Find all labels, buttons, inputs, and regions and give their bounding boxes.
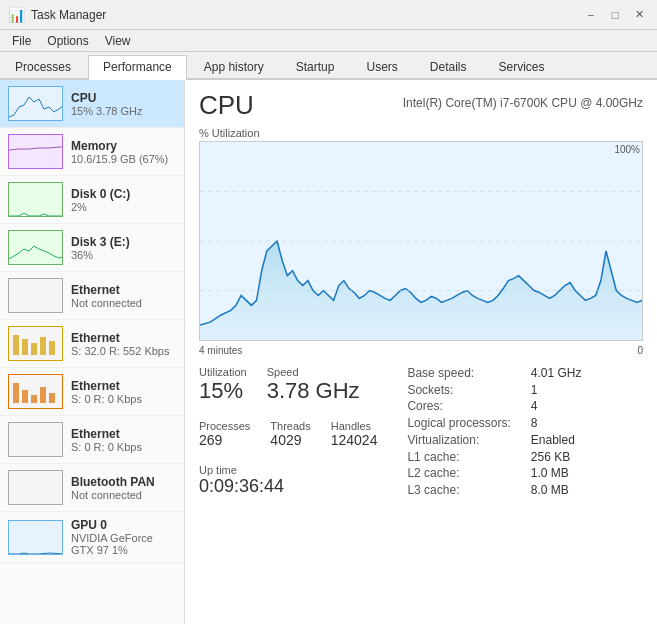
info-key-l1: L1 cache: — [407, 450, 510, 465]
disk3-name: Disk 3 (E:) — [71, 235, 176, 249]
info-key-logicalproc: Logical processors: — [407, 416, 510, 431]
bt-thumbnail — [8, 470, 63, 505]
chart-label: % Utilization — [199, 127, 643, 139]
menu-options[interactable]: Options — [39, 32, 96, 50]
info-key-l2: L2 cache: — [407, 466, 510, 481]
bt-detail: Not connected — [71, 489, 176, 501]
handles-label: Handles — [331, 420, 378, 432]
stat-speed: Speed 3.78 GHz — [267, 366, 360, 404]
gpu-info: GPU 0 NVIDIA GeForce GTX 97 1% — [71, 518, 176, 556]
menu-file[interactable]: File — [4, 32, 39, 50]
sidebar-item-eth2[interactable]: Ethernet S: 32.0 R: 552 Kbps — [0, 320, 184, 368]
svg-rect-9 — [49, 393, 55, 403]
cpu-detail: 15% 3.78 GHz — [71, 105, 176, 117]
chart-time-left: 4 minutes — [199, 345, 242, 356]
tab-performance[interactable]: Performance — [88, 55, 187, 80]
sidebar-item-cpu[interactable]: CPU 15% 3.78 GHz — [0, 80, 184, 128]
eth4-thumbnail — [8, 422, 63, 457]
sidebar-item-eth4[interactable]: Ethernet S: 0 R: 0 Kbps — [0, 416, 184, 464]
eth4-info: Ethernet S: 0 R: 0 Kbps — [71, 427, 176, 453]
eth3-thumbnail — [8, 374, 63, 409]
tab-processes[interactable]: Processes — [0, 55, 86, 78]
memory-info: Memory 10.6/15.9 GB (67%) — [71, 139, 176, 165]
threads-label: Threads — [270, 420, 310, 432]
menu-view[interactable]: View — [97, 32, 139, 50]
title-bar-left: 📊 Task Manager — [8, 7, 106, 23]
cpu-info: CPU 15% 3.78 GHz — [71, 91, 176, 117]
eth1-info: Ethernet Not connected — [71, 283, 176, 309]
svg-rect-6 — [22, 390, 28, 403]
processes-value: 269 — [199, 432, 250, 448]
info-val-basespeed: 4.01 GHz — [531, 366, 582, 381]
sidebar-item-disk0[interactable]: Disk 0 (C:) 2% — [0, 176, 184, 224]
maximize-button[interactable]: □ — [605, 5, 625, 25]
info-val-l1: 256 KB — [531, 450, 582, 465]
speed-value: 3.78 GHz — [267, 378, 360, 404]
detail-subtitle: Intel(R) Core(TM) i7-6700K CPU @ 4.00GHz — [403, 96, 643, 110]
svg-rect-0 — [13, 335, 19, 355]
stat-threads: Threads 4029 — [270, 420, 310, 448]
eth3-name: Ethernet — [71, 379, 176, 393]
stats-row-2: Processes 269 Threads 4029 Handles 12402… — [199, 420, 377, 448]
info-val-virt: Enabled — [531, 433, 582, 448]
eth3-detail: S: 0 R: 0 Kbps — [71, 393, 176, 405]
eth4-name: Ethernet — [71, 427, 176, 441]
memory-detail: 10.6/15.9 GB (67%) — [71, 153, 176, 165]
sidebar-item-eth3[interactable]: Ethernet S: 0 R: 0 Kbps — [0, 368, 184, 416]
sidebar-item-gpu[interactable]: GPU 0 NVIDIA GeForce GTX 97 1% — [0, 512, 184, 563]
info-key-virt: Virtualization: — [407, 433, 510, 448]
tab-services[interactable]: Services — [484, 55, 560, 78]
tab-users[interactable]: Users — [351, 55, 412, 78]
eth1-thumbnail — [8, 278, 63, 313]
app-title: Task Manager — [31, 8, 106, 22]
svg-rect-4 — [49, 341, 55, 355]
tab-startup[interactable]: Startup — [281, 55, 350, 78]
sidebar-item-bluetooth[interactable]: Bluetooth PAN Not connected — [0, 464, 184, 512]
eth2-info: Ethernet S: 32.0 R: 552 Kbps — [71, 331, 176, 357]
utilization-label: Utilization — [199, 366, 247, 378]
close-button[interactable]: ✕ — [629, 5, 649, 25]
sidebar-item-eth1[interactable]: Ethernet Not connected — [0, 272, 184, 320]
chart-time-right: 0 — [637, 345, 643, 356]
info-val-cores: 4 — [531, 399, 582, 414]
sidebar-item-memory[interactable]: Memory 10.6/15.9 GB (67%) — [0, 128, 184, 176]
minimize-button[interactable]: − — [581, 5, 601, 25]
processes-label: Processes — [199, 420, 250, 432]
bt-name: Bluetooth PAN — [71, 475, 176, 489]
stat-utilization: Utilization 15% — [199, 366, 247, 404]
stat-handles: Handles 124024 — [331, 420, 378, 448]
gpu-thumbnail — [8, 520, 63, 555]
info-val-logicalproc: 8 — [531, 416, 582, 431]
svg-rect-8 — [40, 387, 46, 403]
memory-name: Memory — [71, 139, 176, 153]
svg-rect-5 — [13, 383, 19, 403]
detail-panel: CPU Intel(R) Core(TM) i7-6700K CPU @ 4.0… — [185, 80, 657, 624]
info-key-l3: L3 cache: — [407, 483, 510, 498]
info-key-basespeed: Base speed: — [407, 366, 510, 381]
svg-rect-1 — [22, 339, 28, 355]
disk3-info: Disk 3 (E:) 36% — [71, 235, 176, 261]
info-table: Base speed: 4.01 GHz Sockets: 1 Cores: 4… — [407, 366, 581, 498]
eth2-detail: S: 32.0 R: 552 Kbps — [71, 345, 176, 357]
info-key-cores: Cores: — [407, 399, 510, 414]
cpu-name: CPU — [71, 91, 176, 105]
speed-label: Speed — [267, 366, 360, 378]
gpu-name: GPU 0 — [71, 518, 176, 532]
title-bar: 📊 Task Manager − □ ✕ — [0, 0, 657, 30]
detail-title: CPU — [199, 90, 254, 121]
info-val-l3: 8.0 MB — [531, 483, 582, 498]
disk0-info: Disk 0 (C:) 2% — [71, 187, 176, 213]
disk3-thumbnail — [8, 230, 63, 265]
bt-info: Bluetooth PAN Not connected — [71, 475, 176, 501]
info-key-sockets: Sockets: — [407, 383, 510, 398]
svg-rect-7 — [31, 395, 37, 403]
svg-rect-3 — [40, 337, 46, 355]
app-icon: 📊 — [8, 7, 25, 23]
sidebar-item-disk3[interactable]: Disk 3 (E:) 36% — [0, 224, 184, 272]
threads-value: 4029 — [270, 432, 310, 448]
tab-app-history[interactable]: App history — [189, 55, 279, 78]
tab-bar: Processes Performance App history Startu… — [0, 52, 657, 80]
window-controls: − □ ✕ — [581, 5, 649, 25]
tab-details[interactable]: Details — [415, 55, 482, 78]
utilization-value: 15% — [199, 378, 247, 404]
